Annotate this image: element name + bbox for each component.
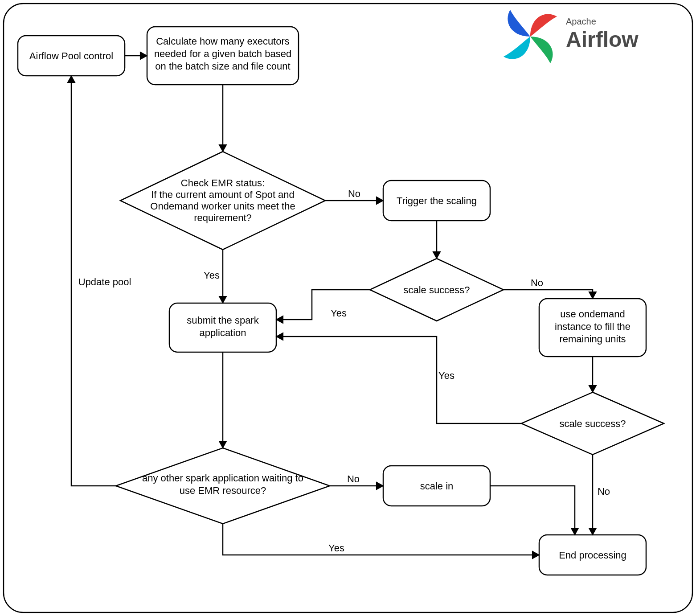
node-scale-in: scale in	[383, 466, 490, 506]
svg-text:If the current amount of Spot : If the current amount of Spot and	[151, 189, 295, 200]
svg-text:scale success?: scale success?	[403, 284, 470, 296]
edge-scale2-to-submit	[276, 337, 521, 423]
node-calculate-executors: Calculate how many executors needed for …	[147, 27, 299, 85]
svg-text:any other spark application wa: any other spark application waiting to	[142, 472, 303, 484]
svg-text:on the batch size and file cou: on the batch size and file count	[155, 61, 290, 72]
label-anyother-yes: Yes	[328, 542, 344, 554]
svg-text:Airflow Pool control: Airflow Pool control	[29, 50, 113, 62]
label-check-no: No	[348, 188, 360, 199]
svg-text:requirement?: requirement?	[194, 212, 252, 223]
brand-name: Airflow	[566, 28, 639, 51]
svg-text:Check EMR status:: Check EMR status:	[181, 177, 265, 189]
node-end-processing: End processing	[539, 535, 646, 575]
brand-super: Apache	[566, 16, 596, 26]
svg-text:remaining units: remaining units	[559, 333, 626, 345]
node-airflow-pool-control: Airflow Pool control	[18, 36, 125, 76]
label-check-yes: Yes	[204, 270, 220, 281]
svg-text:instance to fill the: instance to fill the	[555, 321, 630, 332]
svg-text:End processing: End processing	[559, 550, 626, 561]
label-update-pool: Update pool	[78, 276, 131, 287]
svg-text:needed for a given batch based: needed for a given batch based	[154, 48, 291, 59]
svg-text:submit the spark: submit the spark	[187, 315, 259, 326]
svg-text:Trigger the scaling: Trigger the scaling	[397, 195, 477, 206]
airflow-logo-icon	[504, 10, 557, 63]
svg-text:use EMR resource?: use EMR resource?	[180, 485, 266, 496]
label-scale1-no: No	[531, 277, 543, 288]
node-any-other-waiting: any other spark application waiting to u…	[116, 448, 330, 524]
svg-text:Ondemand worker units meet the: Ondemand worker units meet the	[150, 201, 295, 212]
svg-text:application: application	[199, 327, 246, 338]
label-scale1-yes: Yes	[331, 308, 347, 319]
svg-text:Calculate how many executors: Calculate how many executors	[156, 36, 290, 47]
node-scale-success-2: scale success?	[521, 392, 664, 455]
edge-scalein-to-end	[490, 486, 575, 535]
node-submit-spark: submit the spark application	[169, 303, 276, 352]
edge-scale1-to-submit	[276, 290, 370, 320]
node-scale-success-1: scale success?	[370, 259, 504, 321]
svg-text:scale in: scale in	[420, 480, 454, 492]
svg-text:scale success?: scale success?	[559, 418, 626, 429]
node-check-emr-status: Check EMR status: If the current amount …	[120, 152, 325, 250]
edge-scale1-to-ondemand	[504, 290, 593, 299]
svg-text:use ondemand: use ondemand	[560, 308, 625, 320]
label-anyother-no: No	[347, 473, 360, 485]
label-scale2-yes: Yes	[438, 370, 454, 381]
edge-anyother-to-end	[223, 524, 539, 555]
node-trigger-scaling: Trigger the scaling	[383, 181, 490, 221]
label-scale2-no: No	[598, 486, 610, 497]
node-use-ondemand: use ondemand instance to fill the remain…	[539, 299, 646, 357]
